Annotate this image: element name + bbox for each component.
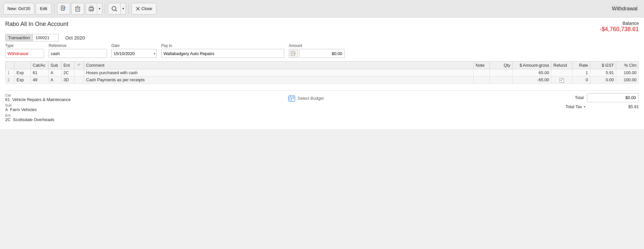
edit-button[interactable]: Edit (36, 3, 51, 15)
row-gst: 0.00 (590, 76, 616, 84)
ent-code: 2C (5, 117, 11, 122)
footer-left: Cat 61 Vehicle Repairs & Maintenance Sub… (5, 93, 102, 123)
svg-rect-32 (293, 98, 294, 99)
account-title: Rabo All In One Account (5, 21, 68, 28)
row-gst: 5.91 (590, 69, 616, 76)
row-type: Exp (15, 76, 31, 84)
row-sub: A (49, 76, 62, 84)
row-cat: 49 (31, 76, 49, 84)
row-rate: 1 (572, 69, 590, 76)
balance-label: Balance (600, 21, 639, 26)
row-clm: 100.00 (616, 76, 639, 84)
row-link (74, 69, 84, 76)
main-content: Rabo All In One Account Balance -$4,760,… (0, 17, 644, 129)
row-cat: 61 (31, 69, 49, 76)
ledger-icon (290, 51, 296, 56)
col-gst-header: $ GST (590, 62, 616, 69)
separator-3 (129, 4, 129, 14)
svg-rect-33 (289, 100, 290, 100)
type-field-group: Type (5, 43, 44, 58)
total-tax-dropdown[interactable]: ▾ (584, 105, 585, 108)
row-note (474, 69, 490, 76)
total-label: Total (575, 95, 584, 100)
balance-value: -$4,760,738.61 (600, 26, 639, 33)
col-ent-header: Ent (62, 62, 74, 69)
svg-point-24 (77, 65, 78, 66)
row-comment: Cash Payments as per receipts (84, 76, 474, 84)
print-button[interactable]: ▾ (85, 3, 102, 15)
budget-icon (288, 95, 296, 102)
transaction-row: Transaction 100021 Oct 2020 (5, 34, 639, 41)
search-dropdown-arrow[interactable]: ▾ (120, 3, 126, 15)
row-link (74, 76, 84, 84)
line-items-table: Cat/Ac Sub Ent Comment Note Qty $ Amount… (5, 61, 639, 84)
period-label: Oct 2020 (65, 35, 85, 40)
link-icon (76, 62, 81, 67)
svg-line-15 (115, 10, 117, 11)
svg-point-25 (79, 64, 80, 64)
total-tax-row: Total Tax ▾ $5.91 (565, 104, 639, 109)
svg-rect-5 (76, 7, 80, 11)
col-note-header: Note (474, 62, 490, 69)
col-sub-header: Sub (49, 62, 62, 69)
table-row[interactable]: 1Exp61A2CHoses purchased with cash65.001… (6, 69, 639, 76)
account-header: Rabo All In One Account Balance -$4,760,… (5, 21, 639, 33)
col-link-header (74, 62, 84, 69)
col-cat-header: Cat/Ac (31, 62, 49, 69)
svg-rect-34 (291, 100, 292, 100)
col-comment-header: Comment (84, 62, 474, 69)
ent-entry: 2C Scottsdale Overheads (5, 117, 102, 122)
type-label: Type (5, 43, 44, 48)
cat-label: Cat (5, 93, 102, 97)
row-refund (551, 76, 572, 84)
window-type-label: Withdrawal (612, 6, 641, 12)
row-clm: 100.00 (616, 69, 639, 76)
footer: Cat 61 Vehicle Repairs & Maintenance Sub… (5, 90, 639, 126)
sub-name: Farm Vehicles (10, 107, 37, 112)
sub-entry: A Farm Vehicles (5, 107, 102, 112)
date-input[interactable] (111, 49, 157, 58)
new-button-label: New: Oct'20 (7, 6, 30, 11)
svg-point-13 (93, 8, 93, 9)
type-input[interactable] (5, 49, 44, 58)
cat-num: 61 (5, 97, 10, 102)
amount-input[interactable] (299, 49, 345, 58)
row-number: 2 (6, 76, 15, 84)
ent-name: Scottsdale Overheads (13, 117, 54, 122)
attach-button[interactable] (57, 3, 70, 15)
print-dropdown-arrow[interactable]: ▾ (97, 3, 102, 15)
payto-field-group: Pay to (161, 43, 284, 58)
new-button[interactable]: New: Oct'20 (3, 3, 34, 15)
svg-point-4 (64, 7, 66, 8)
separator-1 (54, 4, 54, 14)
amount-group (289, 49, 345, 58)
separator-2 (105, 4, 105, 14)
attach-icon (60, 5, 67, 12)
checkbox-checked[interactable] (559, 78, 564, 83)
transaction-label: Transaction (5, 34, 33, 41)
row-refund (551, 69, 572, 76)
amount-field-group: Amount (289, 43, 345, 58)
date-label: Date (111, 43, 157, 48)
sub-code: A (5, 107, 8, 112)
search-button[interactable]: ▾ (108, 3, 126, 15)
sub-label: Sub (5, 103, 102, 107)
close-icon (136, 6, 140, 11)
col-type (15, 62, 31, 69)
toolbar: New: Oct'20 Edit (0, 0, 644, 17)
delete-button[interactable] (71, 3, 84, 15)
row-ent: 3D (62, 76, 74, 84)
amount-icon-button[interactable] (289, 49, 298, 58)
search-icon (111, 5, 118, 12)
reference-input[interactable] (49, 49, 107, 58)
payto-input[interactable] (161, 49, 284, 58)
date-field-group: Date ▾ (111, 43, 157, 58)
table-row[interactable]: 2Exp49A3DCash Payments as per receipts-6… (6, 76, 639, 84)
footer-right: Total Total Tax ▾ $5.91 (509, 93, 639, 109)
ent-label: Ent (5, 113, 102, 117)
select-budget-button[interactable]: Select Budget (288, 95, 324, 102)
total-input[interactable] (587, 93, 639, 102)
col-refund-header: Refund (551, 62, 572, 69)
row-rate: 0 (572, 76, 590, 84)
close-button[interactable]: Close (131, 3, 156, 15)
